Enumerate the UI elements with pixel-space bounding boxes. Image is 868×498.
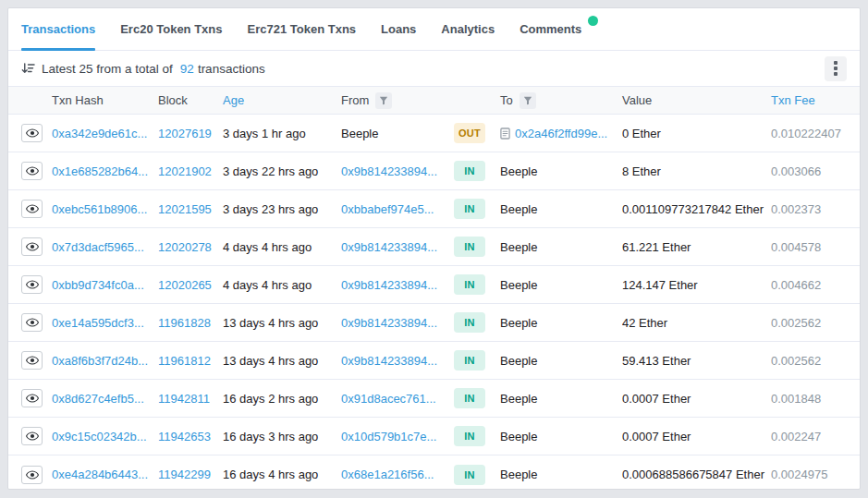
view-transaction-details-button[interactable] [21, 200, 43, 218]
table-row: 0xe4a284b6443... 11942299 16 days 4 hrs … [8, 455, 860, 490]
txn-hash-link[interactable]: 0xebc561b8906... [52, 202, 147, 216]
to-filter-icon[interactable] [520, 92, 536, 109]
to-address[interactable]: Beeple [500, 278, 537, 292]
to-address[interactable]: Beeple [500, 354, 537, 368]
tab-erc721-token-txns[interactable]: Erc721 Token Txns [248, 8, 357, 50]
from-address[interactable]: 0x9b814233894... [341, 164, 437, 178]
block-link[interactable]: 12020278 [158, 240, 212, 254]
age-cell: 16 days 4 hrs ago [223, 468, 341, 481]
to-address[interactable]: Beeple [500, 468, 537, 481]
from-address[interactable]: 0x10d579b1c7e... [341, 430, 436, 443]
block-link[interactable]: 11942653 [158, 430, 211, 443]
direction-badge: IN [454, 465, 485, 485]
txn-hash-link[interactable]: 0x8d627c4efb5... [52, 392, 144, 406]
txn-hash-link[interactable]: 0x9c15c02342b... [52, 430, 147, 443]
age-cell: 3 days 23 hrs ago [223, 202, 341, 216]
total-transactions-link[interactable]: 92 [180, 62, 194, 76]
tab-label: Erc20 Token Txns [120, 22, 222, 36]
direction-badge: IN [454, 312, 485, 333]
view-transaction-details-button[interactable] [21, 466, 43, 484]
view-transaction-details-button[interactable] [21, 237, 43, 256]
tab-analytics[interactable]: Analytics [441, 8, 495, 50]
summary-suffix: transactions [198, 62, 265, 76]
block-link[interactable]: 12021595 [158, 202, 212, 216]
to-address[interactable]: Beeple [500, 392, 537, 406]
view-transaction-details-button[interactable] [21, 427, 43, 445]
summary-prefix: Latest 25 from a total of [42, 62, 173, 76]
table-row: 0xebc561b8906... 12021595 3 days 23 hrs … [8, 190, 860, 228]
txn-hash-link[interactable]: 0xe14a595dcf3... [52, 316, 144, 330]
from-address[interactable]: 0x9b814233894... [341, 278, 437, 292]
from-filter-icon[interactable] [375, 92, 392, 109]
to-address[interactable]: Beeple [500, 202, 537, 216]
tab-transactions[interactable]: Transactions [21, 8, 95, 50]
view-transaction-details-button[interactable] [21, 389, 43, 407]
column-header-txn-fee[interactable]: Txn Fee [771, 93, 860, 107]
to-address[interactable]: 0x2a46f2ffd99e... [515, 127, 607, 140]
block-link[interactable]: 11942811 [158, 392, 210, 406]
view-transaction-details-button[interactable] [21, 313, 43, 332]
txn-hash-link[interactable]: 0xa8f6b3f7d24b... [52, 354, 148, 368]
txn-hash-link[interactable]: 0xbb9d734fc0a... [52, 278, 144, 292]
eye-cell [21, 313, 52, 332]
tab-comments[interactable]: Comments [520, 8, 598, 50]
view-transaction-details-button[interactable] [21, 275, 43, 294]
from-address[interactable]: 0x91d8acec761... [341, 392, 436, 406]
txn-hash-link[interactable]: 0xa342e9de61c... [52, 127, 147, 140]
direction-badge: IN [454, 426, 485, 446]
eye-cell [21, 124, 52, 142]
to-address[interactable]: Beeple [500, 164, 537, 178]
table-row: 0xbb9d734fc0a... 12020265 4 days 4 hrs a… [8, 266, 860, 304]
block-link[interactable]: 12021902 [158, 164, 212, 178]
txn-fee-cell: 0.004662 [771, 278, 860, 292]
to-address[interactable]: Beeple [500, 240, 537, 254]
direction-badge: IN [454, 388, 485, 408]
value-cell: 0.001109773217842 Ether [622, 202, 771, 216]
column-header-to-label: To [500, 93, 513, 107]
table-row: 0x8d627c4efb5... 11942811 16 days 2 hrs … [8, 380, 860, 418]
kebab-dot [834, 72, 837, 76]
from-address[interactable]: 0x9b814233894... [341, 354, 437, 368]
block-link[interactable]: 11961812 [158, 354, 211, 368]
from-address[interactable]: 0xbbabef974e5... [341, 202, 434, 216]
from-address[interactable]: 0x9b814233894... [341, 316, 437, 330]
from-address[interactable]: Beeple [341, 127, 378, 140]
block-link[interactable]: 12020265 [158, 278, 212, 292]
age-cell: 16 days 2 hrs ago [223, 392, 341, 406]
age-cell: 4 days 4 hrs ago [223, 278, 341, 292]
txn-hash-link[interactable]: 0xe4a284b6443... [52, 468, 148, 481]
block-link[interactable]: 11961828 [158, 316, 211, 330]
to-address[interactable]: Beeple [500, 316, 537, 330]
table-header-row: Txn Hash Block Age From To Value Txn Fee [8, 86, 860, 115]
from-address[interactable]: 0x9b814233894... [341, 240, 437, 254]
eye-icon [26, 128, 39, 138]
value-cell: 59.413 Ether [622, 354, 771, 368]
value-cell: 61.221 Ether [622, 240, 771, 254]
txn-hash-link[interactable]: 0x1e685282b64... [52, 164, 148, 178]
direction-badge: IN [454, 199, 485, 219]
eye-icon [26, 470, 39, 480]
sort-amount-down-icon [21, 62, 35, 75]
txn-hash-link[interactable]: 0x7d3dacf5965... [52, 240, 144, 254]
block-link[interactable]: 12027619 [158, 127, 212, 140]
txn-fee-cell: 0.002562 [771, 354, 860, 368]
column-header-age[interactable]: Age [223, 93, 341, 107]
tab-loans[interactable]: Loans [381, 8, 416, 50]
view-transaction-details-button[interactable] [21, 351, 43, 370]
age-cell: 13 days 4 hrs ago [223, 316, 341, 330]
view-transaction-details-button[interactable] [21, 162, 43, 180]
view-transaction-details-button[interactable] [21, 124, 43, 142]
eye-cell [21, 389, 52, 407]
table-row: 0x7d3dacf5965... 12020278 4 days 4 hrs a… [8, 228, 860, 266]
eye-icon [26, 431, 39, 441]
block-link[interactable]: 11942299 [158, 468, 211, 481]
column-header-txn-hash: Txn Hash [52, 93, 158, 107]
transactions-card: Transactions Erc20 Token Txns Erc721 Tok… [7, 7, 861, 490]
options-menu-button[interactable] [825, 56, 847, 81]
transactions-summary: Latest 25 from a total of 92 transaction… [21, 62, 269, 76]
to-address[interactable]: Beeple [500, 430, 537, 443]
from-address[interactable]: 0x68e1a216f56... [341, 468, 434, 481]
tab-erc20-token-txns[interactable]: Erc20 Token Txns [120, 8, 222, 50]
direction-badge: IN [454, 274, 485, 295]
txn-fee-cell: 0.003066 [771, 164, 860, 178]
